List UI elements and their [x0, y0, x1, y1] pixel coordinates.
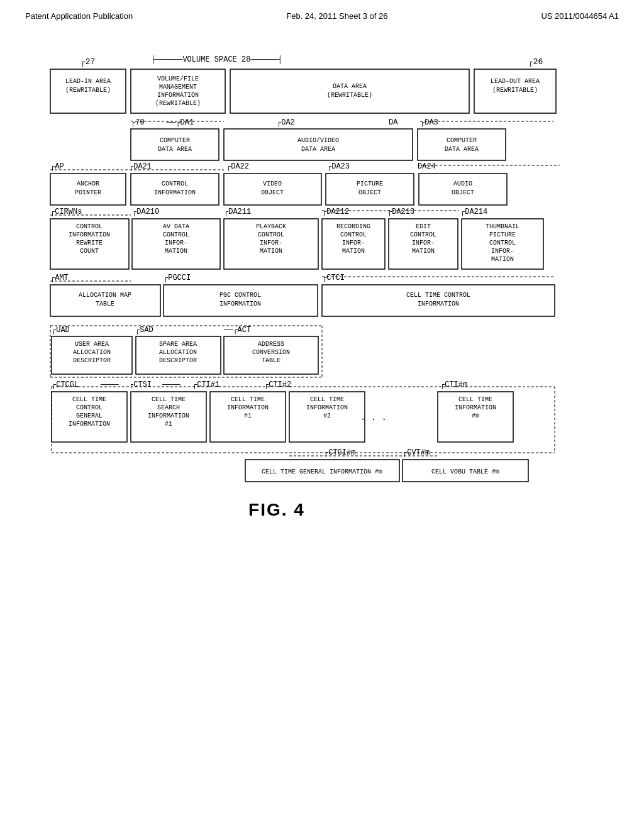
ct-ctrl-t2: INFORMATION	[418, 301, 459, 307]
ref27-label: ┌27	[80, 57, 95, 67]
da212-label: ┌DA212	[322, 208, 349, 216]
cvt-label: ┌CVT#m	[402, 448, 430, 457]
da24-label: DA24	[418, 162, 436, 171]
ctim-t1: CELL TIME	[458, 396, 492, 403]
volume-space-label: ├──────VOLUME SPACE 28──────┤	[151, 55, 282, 64]
ctcg-t1: CELL TIME	[72, 396, 106, 403]
ac-t1: ADDRESS	[258, 341, 284, 348]
audio-obj-t1: AUDIO	[453, 180, 472, 187]
sa-t3: DESCRIPTOR	[159, 357, 197, 364]
cti1-t1: CELL TIME	[231, 396, 265, 403]
edit-ctrl-t4: MATION	[412, 248, 435, 255]
ctrl-info-t1: CONTROL	[162, 180, 188, 187]
thumb-t1: THUMBNAIL	[486, 223, 519, 230]
ctsi-label: ┌CTSI	[129, 380, 152, 389]
da213-label: ┌DA213	[387, 208, 414, 216]
cts-t4: #1	[165, 421, 172, 428]
av-ctrl-t3: INFOR-	[165, 240, 187, 246]
ref26-label: ┌26	[528, 57, 543, 67]
fig-label: FIG. 4	[248, 500, 305, 519]
alloc-t2: TABLE	[96, 301, 114, 307]
pb-ctrl-t1: PLAYBACK	[256, 223, 286, 230]
ctci-label: ┌CTCI	[322, 274, 345, 282]
figure-4-diagram: ┌27 ├──────VOLUME SPACE 28──────┤ ┌26 LE…	[38, 50, 604, 786]
av-ctrl-t2: CONTROL	[163, 231, 189, 238]
da214-label: ┌DA214	[460, 208, 487, 216]
vf-text4: (REWRITABLE)	[155, 100, 201, 107]
vf-text1: VOLUME/FILE	[157, 75, 199, 82]
ctcgl-label: ┌CTCGL	[52, 380, 79, 389]
da-label: DA	[389, 118, 398, 127]
da23-label: ┌DA23	[327, 162, 350, 171]
thumb-t3: CONTROL	[489, 240, 516, 246]
act-label: ──┌ACT	[223, 326, 251, 335]
ua-t3: DESCRIPTOR	[73, 357, 111, 364]
ctgi-t1: CELL TIME GENERAL INFORMATION #m	[262, 468, 382, 475]
da22-label: ┌DA22	[226, 162, 249, 171]
comp-data1-t2: DATA AREA	[158, 146, 192, 153]
sad-label: ┌SAD	[135, 326, 153, 335]
header-right: US 2011/0044654 A1	[541, 11, 619, 21]
comp-data1-box	[131, 129, 219, 160]
cti2-label: ┌CTI#2	[264, 380, 291, 389]
ctrl-rewrite-t2: INFORMATION	[69, 231, 110, 238]
ct-ctrl-t1: CELL TIME CONTROL	[406, 292, 470, 299]
thumb-t5: MATION	[491, 256, 514, 263]
sa-t2: ALLOCATION	[159, 349, 197, 356]
anchor-t1: ANCHOR	[77, 180, 99, 187]
ctcg-t3: GENERAL	[76, 412, 103, 419]
cts-t2: SEARCH	[157, 404, 180, 411]
cti1-label: ┌CTI#1	[192, 380, 219, 389]
av-data-t1: AUDIO/VIDEO	[297, 137, 339, 144]
picture-obj-t1: PICTURE	[357, 180, 383, 187]
da3-label: ┌DA3	[420, 118, 438, 127]
comp-data2-t1: COMPUTER	[447, 137, 477, 144]
da-text1: DATA AREA	[333, 83, 367, 90]
cti1-dash: ────	[162, 380, 181, 389]
da70-label: ┌70	[131, 118, 145, 127]
ctsi-dash: ────	[100, 380, 119, 389]
av-data-box	[224, 129, 413, 160]
ctcg-t4: INFORMATION	[69, 421, 110, 428]
ctgi-label: ┌CTGI#m	[324, 448, 355, 457]
ctim-t2: INFORMATION	[455, 404, 496, 411]
vf-text2: MANAGEMENT	[159, 84, 197, 91]
pb-ctrl-t3: INFOR-	[260, 240, 282, 246]
av-ctrl-t1: AV DATA	[163, 223, 189, 230]
ctim-label: ┌CTI#m	[440, 380, 467, 389]
rec-ctrl-t1: RECORDING	[336, 223, 370, 230]
cvt-t1: CELL VOBU TABLE #m	[431, 468, 499, 475]
alloc-t1: ALLOCATION MAP	[79, 292, 131, 299]
cts-t1: CELL TIME	[152, 396, 186, 403]
cti2-t2: INFORMATION	[306, 404, 348, 411]
ua-t2: ALLOCATION	[73, 349, 111, 356]
video-obj-t1: VIDEO	[263, 180, 282, 187]
audio-obj-t2: OBJECT	[452, 189, 474, 196]
da210-label: ┌DA210	[132, 208, 159, 216]
amt-label: ┌AMT	[50, 274, 69, 282]
anchor-t2: POINTER	[75, 189, 101, 196]
data-area-box	[230, 69, 469, 113]
uad-label: ┌UAD	[52, 326, 70, 335]
rec-ctrl-t4: MATION	[342, 248, 365, 255]
pgc-ctrl-t1: PGC CONTROL	[219, 292, 261, 299]
ctrl-rewrite-t3: REWRITE	[76, 240, 103, 246]
lead-in-text2: (REWRITABLE)	[65, 87, 111, 94]
comp-data2-t2: DATA AREA	[445, 146, 479, 153]
ctrl-info-t2: INFORMATION	[154, 189, 196, 196]
rec-ctrl-t2: CONTROL	[340, 231, 367, 238]
da1-label: ──┌DA1	[166, 118, 194, 127]
cti1-t2: INFORMATION	[227, 404, 269, 411]
pgc-ctrl-t2: INFORMATION	[219, 301, 261, 307]
cts-t3: INFORMATION	[148, 412, 189, 419]
ac-t3: TABLE	[262, 357, 280, 364]
thumb-t2: PICTURE	[489, 231, 516, 238]
av-data-t2: DATA AREA	[301, 146, 335, 153]
lead-in-text: LEAD-IN AREA	[65, 78, 111, 85]
ctrl-rewrite-t1: CONTROL	[76, 223, 103, 230]
ctrl-rewrite-t4: COUNT	[80, 248, 99, 255]
ac-t2: CONVERSION	[252, 349, 290, 356]
cirwns-label: ┌CIRWNs	[50, 208, 82, 216]
comp-data1-t1: COMPUTER	[160, 137, 190, 144]
ua-t1: USER AREA	[75, 341, 109, 348]
